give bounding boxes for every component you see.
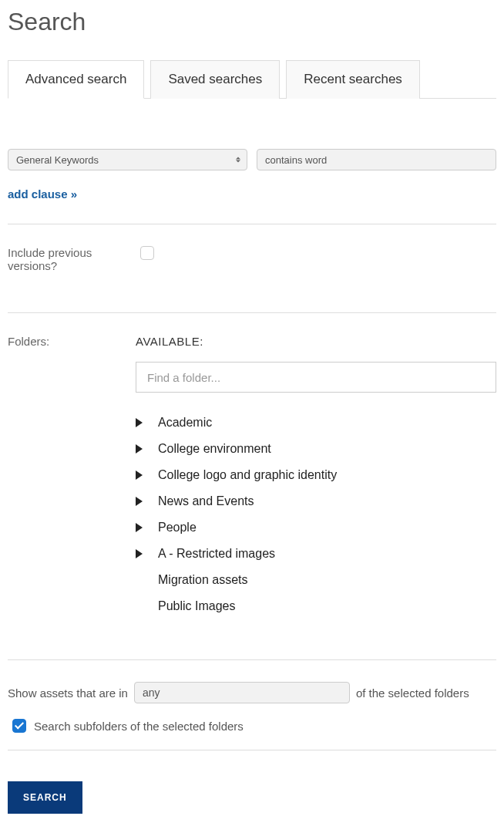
folder-item[interactable]: Migration assets [136, 567, 496, 593]
previous-versions-section: Include previous versions? [8, 224, 496, 289]
operator-select-value: contains word [265, 154, 327, 166]
folders-label: Folders: [8, 335, 136, 348]
field-select[interactable]: General Keywords [8, 149, 247, 170]
assets-filter-prefix: Show assets that are in [8, 686, 128, 700]
folder-label: People [158, 521, 197, 535]
folder-item[interactable]: News and Events [136, 488, 496, 514]
previous-versions-label: Include previous versions? [8, 246, 136, 272]
available-label: AVAILABLE: [136, 335, 496, 348]
expand-icon[interactable] [136, 470, 143, 480]
folder-label: Public Images [158, 599, 236, 613]
folder-item[interactable]: Academic [136, 410, 496, 436]
folder-label: College logo and graphic identity [158, 468, 337, 482]
expand-icon[interactable] [136, 497, 143, 506]
search-button[interactable]: SEARCH [8, 781, 82, 814]
folders-section: Folders: AVAILABLE: Academic College env… [8, 312, 496, 636]
folder-label: News and Events [158, 494, 254, 508]
folder-item[interactable]: A - Restricted images [136, 541, 496, 567]
tabs-container: Advanced search Saved searches Recent se… [8, 59, 496, 99]
page-title: Search [8, 8, 496, 36]
folder-tree: Academic College environment College log… [136, 410, 496, 619]
assets-mode-value: any [143, 686, 160, 699]
assets-filter-suffix: of the selected folders [356, 686, 469, 700]
search-subfolders-checkbox[interactable] [12, 719, 26, 733]
field-select-value: General Keywords [16, 154, 99, 166]
folder-label: Academic [158, 416, 212, 430]
assets-filter-section: Show assets that are in any of the selec… [8, 659, 496, 750]
folder-label: College environment [158, 442, 271, 456]
expand-icon[interactable] [136, 418, 143, 427]
expand-icon[interactable] [136, 523, 143, 532]
add-clause-link[interactable]: add clause » [8, 187, 77, 201]
updown-icon [236, 157, 240, 163]
assets-mode-select[interactable]: any [134, 682, 350, 703]
folder-label: A - Restricted images [158, 547, 275, 561]
search-subfolders-label: Search subfolders of the selected folder… [34, 720, 244, 733]
expand-icon[interactable] [136, 549, 143, 558]
operator-select[interactable]: contains word [257, 149, 496, 170]
folder-item[interactable]: People [136, 514, 496, 541]
find-folder-input[interactable] [136, 362, 496, 393]
tab-recent-searches[interactable]: Recent searches [286, 60, 420, 99]
clause-row: General Keywords contains word [8, 149, 496, 170]
folder-item[interactable]: College environment [136, 436, 496, 462]
tab-saved-searches[interactable]: Saved searches [150, 60, 280, 99]
folder-label: Migration assets [158, 573, 248, 587]
expand-icon[interactable] [136, 444, 143, 454]
folder-item[interactable]: College logo and graphic identity [136, 462, 496, 488]
folder-item[interactable]: Public Images [136, 593, 496, 619]
tab-advanced-search[interactable]: Advanced search [8, 60, 144, 99]
previous-versions-checkbox[interactable] [140, 246, 154, 260]
